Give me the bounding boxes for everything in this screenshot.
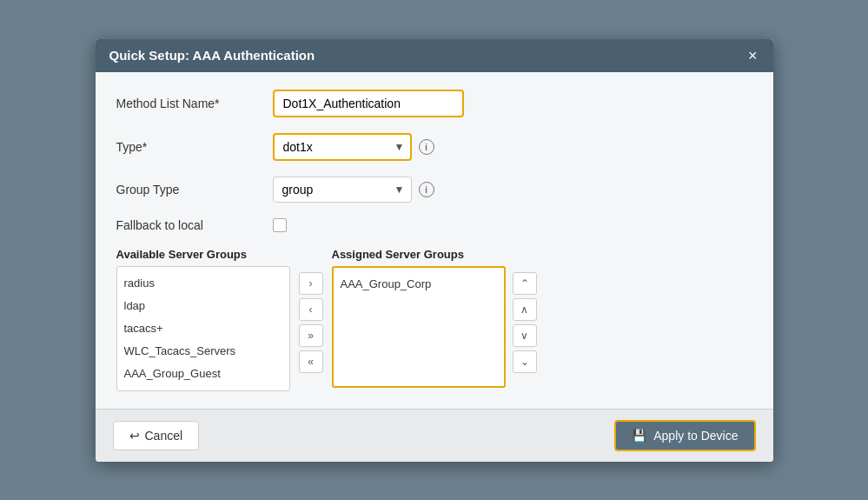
sort-buttons: ⌃ ∧ ∨ ⌄: [513, 272, 537, 373]
apply-button[interactable]: 💾 Apply to Device: [614, 420, 755, 451]
list-item[interactable]: radius: [124, 272, 282, 295]
list-item[interactable]: tacacs+: [124, 317, 282, 340]
move-all-right-button[interactable]: »: [299, 324, 323, 347]
move-right-button[interactable]: ›: [299, 272, 323, 295]
fallback-row: Fallback to local: [116, 218, 752, 232]
move-left-button[interactable]: ‹: [299, 298, 323, 321]
available-label: Available Server Groups: [116, 248, 290, 261]
type-label: Type*: [116, 140, 273, 154]
transfer-section: Available Server Groups radius ldap taca…: [116, 248, 752, 391]
dialog-header: Quick Setup: AAA Authentication ×: [96, 39, 773, 72]
save-icon: 💾: [632, 429, 646, 443]
group-type-select[interactable]: group local radius tacacs+: [273, 177, 412, 203]
close-button[interactable]: ×: [746, 48, 759, 63]
list-item[interactable]: AAA_Group_Corp: [341, 273, 497, 296]
group-type-info-icon: i: [419, 182, 434, 197]
dialog-body: Method List Name* Type* dot1x login enab…: [96, 72, 773, 409]
group-type-select-wrapper: group local radius tacacs+ ▼: [273, 177, 412, 203]
type-select-wrapper: dot1x login enable ppp ▼: [273, 133, 412, 161]
group-type-label: Group Type: [116, 183, 273, 197]
dialog-footer: ↩ Cancel 💾 Apply to Device: [96, 409, 773, 462]
sort-top-button[interactable]: ⌃: [513, 272, 537, 295]
list-item[interactable]: ldap: [124, 295, 282, 317]
transfer-buttons: › ‹ » «: [290, 272, 332, 373]
dialog-title: Quick Setup: AAA Authentication: [109, 48, 315, 63]
sort-bottom-button[interactable]: ⌄: [513, 350, 537, 373]
sort-up-button[interactable]: ∧: [513, 298, 537, 321]
assigned-list[interactable]: AAA_Group_Corp: [332, 266, 506, 388]
group-type-row: Group Type group local radius tacacs+ ▼ …: [116, 177, 752, 203]
fallback-label: Fallback to local: [116, 218, 273, 232]
assigned-label: Assigned Server Groups: [332, 248, 506, 261]
type-row: Type* dot1x login enable ppp ▼ i: [116, 133, 752, 161]
available-column: Available Server Groups radius ldap taca…: [116, 248, 290, 391]
type-select[interactable]: dot1x login enable ppp: [273, 133, 412, 161]
available-list[interactable]: radius ldap tacacs+ WLC_Tacacs_Servers A…: [116, 266, 290, 391]
method-list-name-row: Method List Name*: [116, 90, 752, 117]
type-info-icon: i: [419, 139, 434, 155]
list-item[interactable]: WLC_Tacacs_Servers: [124, 340, 282, 363]
cancel-label: Cancel: [145, 429, 183, 443]
cancel-button[interactable]: ↩ Cancel: [113, 421, 200, 450]
dialog: Quick Setup: AAA Authentication × Method…: [96, 39, 773, 462]
method-list-name-input[interactable]: [273, 90, 464, 117]
assigned-column: Assigned Server Groups AAA_Group_Corp: [332, 248, 506, 388]
method-list-name-label: Method List Name*: [116, 97, 273, 110]
move-all-left-button[interactable]: «: [299, 350, 323, 373]
apply-label: Apply to Device: [653, 429, 738, 443]
cancel-icon: ↩: [129, 429, 140, 443]
fallback-checkbox[interactable]: [273, 218, 287, 232]
sort-down-button[interactable]: ∨: [513, 324, 537, 347]
list-item[interactable]: AAA_Group_Guest: [124, 363, 282, 385]
